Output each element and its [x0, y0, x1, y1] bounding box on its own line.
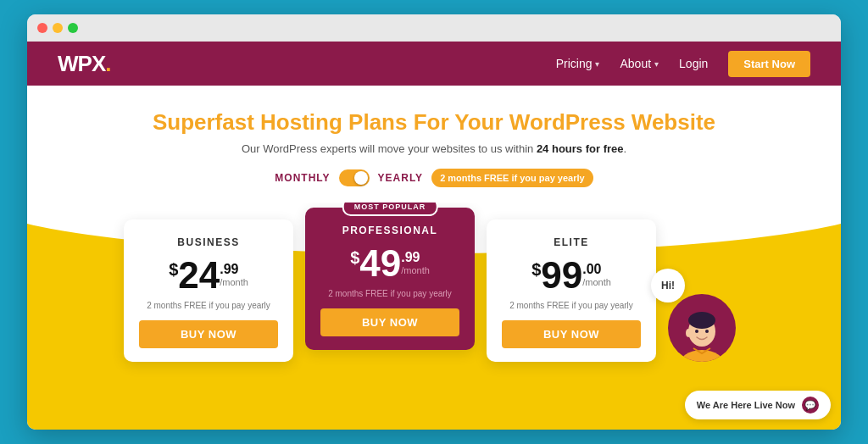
logo-dot: . — [105, 51, 110, 76]
nav-item-about[interactable]: About ▾ — [620, 57, 659, 70]
svg-point-4 — [705, 330, 709, 333]
price-main-elite: 99 — [541, 257, 582, 294]
chevron-down-icon: ▾ — [654, 59, 659, 69]
hero-section: Superfast Hosting Plans For Your WordPre… — [27, 86, 841, 203]
price-display-elite: $ 99 .00 /month — [502, 257, 641, 294]
price-period-elite: /month — [582, 277, 611, 287]
price-decimal-group-elite: .00 /month — [582, 257, 611, 287]
card-promo-professional: 2 months FREE if you pay yearly — [320, 289, 459, 298]
hero-subtitle: Our WordPress experts will move your web… — [44, 142, 824, 155]
close-button[interactable] — [37, 23, 47, 33]
logo[interactable]: WPX. — [58, 51, 110, 77]
price-decimal-group-business: .99 /month — [220, 257, 248, 287]
svg-point-5 — [686, 329, 691, 337]
price-decimal-group-professional: .99 /month — [401, 245, 430, 275]
svg-point-2 — [688, 312, 715, 329]
price-dollar-elite: $ — [531, 260, 541, 280]
buy-now-button-elite[interactable]: BUY NOW — [502, 320, 641, 348]
navbar: WPX. Pricing ▾ About ▾ Login Start Now — [27, 42, 841, 86]
nav-item-login[interactable]: Login — [679, 57, 708, 70]
billing-toggle[interactable] — [339, 169, 370, 186]
minimize-button[interactable] — [53, 23, 63, 33]
yearly-label: YEARLY — [378, 172, 424, 184]
promo-badge: 2 months FREE if you pay yearly — [431, 169, 593, 187]
price-main-business: 24 — [178, 257, 220, 294]
character-illustration: Hi! — [668, 294, 744, 362]
chat-icon: 💬 — [802, 397, 819, 413]
buy-now-button-professional[interactable]: BUY NOW — [320, 308, 459, 336]
price-period-business: /month — [220, 277, 248, 287]
plan-card-professional: MOST POPULAR PROFESSIONAL $ 49 .99 /mont… — [305, 208, 475, 350]
svg-point-3 — [695, 330, 698, 333]
nav-item-pricing[interactable]: Pricing ▾ — [556, 57, 600, 70]
browser-window: WPX. Pricing ▾ About ▾ Login Start Now S… — [27, 14, 841, 430]
card-promo-elite: 2 months FREE if you pay yearly — [502, 301, 641, 310]
price-display-business: $ 24 .99 /month — [139, 257, 278, 294]
pricing-cards: BUSINESS $ 24 .99 /month 2 months FREE i… — [124, 219, 744, 362]
price-main-professional: 49 — [359, 245, 401, 282]
nav-links: Pricing ▾ About ▾ Login Start Now — [556, 51, 810, 77]
price-decimal-elite: .00 — [582, 262, 601, 277]
price-period-professional: /month — [401, 265, 430, 275]
hero-title: Superfast Hosting Plans For Your WordPre… — [44, 109, 824, 136]
buy-now-button-business[interactable]: BUY NOW — [139, 320, 278, 348]
maximize-button[interactable] — [68, 23, 78, 33]
price-display-professional: $ 49 .99 /month — [320, 245, 459, 282]
plan-name-professional: PROFESSIONAL — [320, 225, 459, 236]
monthly-label: MONTHLY — [275, 172, 330, 184]
price-decimal-professional: .99 — [401, 250, 420, 265]
toggle-knob — [354, 171, 368, 185]
popular-badge: MOST POPULAR — [342, 203, 438, 216]
plan-name-elite: ELITE — [502, 236, 641, 248]
plan-card-business: BUSINESS $ 24 .99 /month 2 months FREE i… — [124, 219, 293, 362]
start-now-button[interactable]: Start Now — [728, 51, 810, 77]
live-chat-widget[interactable]: We Are Here Live Now 💬 — [685, 391, 831, 419]
price-dollar-professional: $ — [350, 248, 359, 268]
svg-point-0 — [678, 350, 726, 362]
browser-chrome — [27, 14, 841, 42]
live-chat-label: We Are Here Live Now — [697, 400, 795, 410]
card-promo-business: 2 months FREE if you pay yearly — [139, 301, 278, 310]
plan-name-business: BUSINESS — [139, 236, 278, 248]
chevron-down-icon: ▾ — [595, 59, 599, 69]
plan-card-elite: ELITE $ 99 .00 /month 2 months FREE if y… — [487, 219, 656, 362]
site-content: WPX. Pricing ▾ About ▾ Login Start Now S… — [27, 42, 841, 430]
person-avatar — [668, 294, 736, 362]
billing-toggle-row: MONTHLY YEARLY 2 months FREE if you pay … — [44, 169, 824, 187]
person-svg — [670, 297, 734, 362]
curved-section: BUSINESS $ 24 .99 /month 2 months FREE i… — [27, 203, 841, 430]
price-dollar-business: $ — [169, 260, 178, 280]
price-decimal-business: .99 — [220, 262, 238, 277]
